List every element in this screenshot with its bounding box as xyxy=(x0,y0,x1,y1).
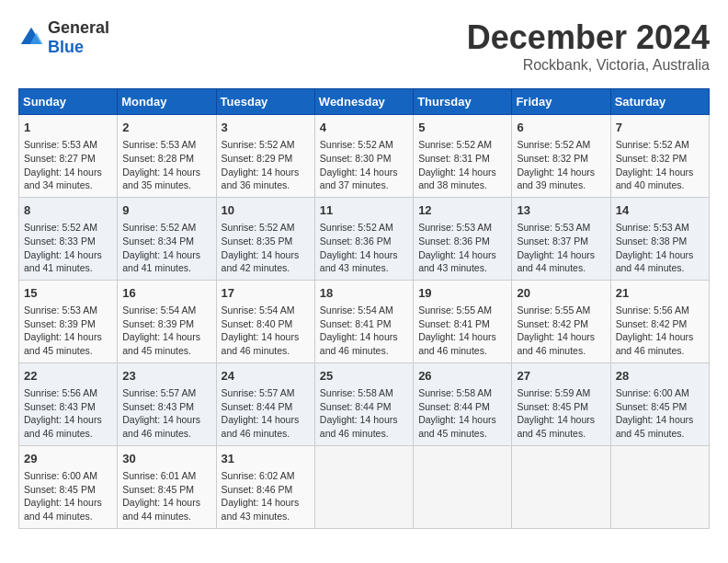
day-number: 13 xyxy=(517,202,605,219)
daylight-text: Daylight: 14 hours and 46 minutes. xyxy=(222,330,310,357)
calendar-cell: 25Sunrise: 5:58 AMSunset: 8:44 PMDayligh… xyxy=(314,362,413,445)
sunset-text: Sunset: 8:41 PM xyxy=(320,317,408,331)
calendar-cell: 17Sunrise: 5:54 AMSunset: 8:40 PMDayligh… xyxy=(216,280,314,362)
daylight-text: Daylight: 14 hours and 46 minutes. xyxy=(24,413,112,440)
day-number: 17 xyxy=(222,285,310,302)
day-number: 16 xyxy=(122,285,210,302)
sunset-text: Sunset: 8:34 PM xyxy=(122,235,210,248)
day-number: 20 xyxy=(517,285,605,302)
calendar-cell: 31Sunrise: 6:02 AMSunset: 8:46 PMDayligh… xyxy=(216,445,314,528)
day-header-friday: Friday xyxy=(512,89,610,115)
sunrise-text: Sunrise: 5:55 AM xyxy=(418,304,506,317)
calendar-cell: 23Sunrise: 5:57 AMSunset: 8:43 PMDayligh… xyxy=(118,362,216,445)
calendar-cell: 22Sunrise: 5:56 AMSunset: 8:43 PMDayligh… xyxy=(19,362,118,445)
calendar-cell: 11Sunrise: 5:52 AMSunset: 8:36 PMDayligh… xyxy=(314,197,413,280)
sunset-text: Sunset: 8:36 PM xyxy=(418,235,506,248)
calendar-cell: 3Sunrise: 5:52 AMSunset: 8:29 PMDaylight… xyxy=(216,115,314,198)
daylight-text: Daylight: 14 hours and 46 minutes. xyxy=(517,330,605,357)
sunrise-text: Sunrise: 5:55 AM xyxy=(517,304,605,317)
logo-general: General xyxy=(48,18,109,37)
calendar-cell: 6Sunrise: 5:52 AMSunset: 8:32 PMDaylight… xyxy=(512,115,610,198)
calendar-cell: 1Sunrise: 5:53 AMSunset: 8:27 PMDaylight… xyxy=(19,115,118,198)
sunset-text: Sunset: 8:40 PM xyxy=(222,317,310,331)
sunset-text: Sunset: 8:46 PM xyxy=(222,483,310,497)
sunset-text: Sunset: 8:45 PM xyxy=(517,400,605,414)
day-number: 8 xyxy=(24,202,112,219)
daylight-text: Daylight: 14 hours and 41 minutes. xyxy=(24,248,112,275)
sunset-text: Sunset: 8:28 PM xyxy=(122,152,210,166)
daylight-text: Daylight: 14 hours and 43 minutes. xyxy=(222,496,310,523)
day-number: 9 xyxy=(122,202,210,219)
day-header-monday: Monday xyxy=(118,89,216,115)
day-number: 4 xyxy=(320,120,408,136)
sunset-text: Sunset: 8:45 PM xyxy=(616,400,704,414)
calendar-cell: 16Sunrise: 5:54 AMSunset: 8:39 PMDayligh… xyxy=(118,280,216,362)
day-number: 27 xyxy=(517,368,605,385)
sunrise-text: Sunrise: 5:54 AM xyxy=(122,304,210,317)
day-number: 2 xyxy=(122,120,210,136)
sunset-text: Sunset: 8:41 PM xyxy=(418,317,506,331)
calendar-cell: 20Sunrise: 5:55 AMSunset: 8:42 PMDayligh… xyxy=(512,280,610,362)
sunset-text: Sunset: 8:36 PM xyxy=(320,235,408,248)
day-number: 31 xyxy=(222,451,310,467)
calendar-cell: 28Sunrise: 6:00 AMSunset: 8:45 PMDayligh… xyxy=(610,362,709,445)
sunset-text: Sunset: 8:31 PM xyxy=(418,152,506,166)
sunrise-text: Sunrise: 5:52 AM xyxy=(320,221,408,235)
month-title: December 2024 xyxy=(467,18,710,57)
sunrise-text: Sunrise: 5:53 AM xyxy=(24,138,112,152)
daylight-text: Daylight: 14 hours and 44 minutes. xyxy=(517,248,605,275)
day-number: 19 xyxy=(418,285,506,302)
calendar-cell: 14Sunrise: 5:53 AMSunset: 8:38 PMDayligh… xyxy=(610,197,709,280)
day-number: 7 xyxy=(616,120,704,136)
sunrise-text: Sunrise: 5:59 AM xyxy=(517,386,605,400)
calendar-week-1: 8Sunrise: 5:52 AMSunset: 8:33 PMDaylight… xyxy=(19,197,710,280)
day-number: 12 xyxy=(418,202,506,219)
calendar-cell: 10Sunrise: 5:52 AMSunset: 8:35 PMDayligh… xyxy=(216,197,314,280)
daylight-text: Daylight: 14 hours and 46 minutes. xyxy=(418,330,506,357)
calendar-cell: 27Sunrise: 5:59 AMSunset: 8:45 PMDayligh… xyxy=(512,362,610,445)
daylight-text: Daylight: 14 hours and 45 minutes. xyxy=(418,413,506,440)
sunset-text: Sunset: 8:39 PM xyxy=(122,317,210,331)
daylight-text: Daylight: 14 hours and 40 minutes. xyxy=(616,166,704,192)
daylight-text: Daylight: 14 hours and 46 minutes. xyxy=(320,413,408,440)
days-header-row: SundayMondayTuesdayWednesdayThursdayFrid… xyxy=(19,89,710,115)
sunset-text: Sunset: 8:44 PM xyxy=(222,400,310,414)
sunset-text: Sunset: 8:37 PM xyxy=(517,235,605,248)
sunrise-text: Sunrise: 5:53 AM xyxy=(616,221,704,235)
daylight-text: Daylight: 14 hours and 46 minutes. xyxy=(616,330,704,357)
calendar-cell xyxy=(512,445,610,528)
sunrise-text: Sunrise: 6:00 AM xyxy=(616,386,704,400)
calendar-week-2: 15Sunrise: 5:53 AMSunset: 8:39 PMDayligh… xyxy=(19,280,710,362)
daylight-text: Daylight: 14 hours and 44 minutes. xyxy=(616,248,704,275)
calendar-table: SundayMondayTuesdayWednesdayThursdayFrid… xyxy=(18,88,710,529)
day-number: 29 xyxy=(24,451,112,467)
day-header-wednesday: Wednesday xyxy=(314,89,413,115)
calendar-cell: 4Sunrise: 5:52 AMSunset: 8:30 PMDaylight… xyxy=(314,115,413,198)
sunset-text: Sunset: 8:44 PM xyxy=(418,400,506,414)
location-title: Rockbank, Victoria, Australia xyxy=(467,57,710,74)
sunrise-text: Sunrise: 5:53 AM xyxy=(24,304,112,317)
daylight-text: Daylight: 14 hours and 42 minutes. xyxy=(222,248,310,275)
sunset-text: Sunset: 8:43 PM xyxy=(122,400,210,414)
calendar-cell: 7Sunrise: 5:52 AMSunset: 8:32 PMDaylight… xyxy=(610,115,709,198)
sunrise-text: Sunrise: 5:56 AM xyxy=(616,304,704,317)
sunrise-text: Sunrise: 5:52 AM xyxy=(222,138,310,152)
calendar-cell: 19Sunrise: 5:55 AMSunset: 8:41 PMDayligh… xyxy=(414,280,512,362)
daylight-text: Daylight: 14 hours and 35 minutes. xyxy=(122,166,210,192)
calendar-cell xyxy=(414,445,512,528)
sunset-text: Sunset: 8:44 PM xyxy=(320,400,408,414)
calendar-cell: 12Sunrise: 5:53 AMSunset: 8:36 PMDayligh… xyxy=(414,197,512,280)
calendar-cell: 13Sunrise: 5:53 AMSunset: 8:37 PMDayligh… xyxy=(512,197,610,280)
daylight-text: Daylight: 14 hours and 38 minutes. xyxy=(418,166,506,192)
daylight-text: Daylight: 14 hours and 39 minutes. xyxy=(517,166,605,192)
calendar-cell xyxy=(610,445,709,528)
day-number: 18 xyxy=(320,285,408,302)
day-number: 5 xyxy=(418,120,506,136)
sunrise-text: Sunrise: 5:57 AM xyxy=(222,386,310,400)
sunset-text: Sunset: 8:39 PM xyxy=(24,317,112,331)
calendar-week-4: 29Sunrise: 6:00 AMSunset: 8:45 PMDayligh… xyxy=(19,445,710,528)
daylight-text: Daylight: 14 hours and 34 minutes. xyxy=(24,166,112,192)
calendar-cell: 15Sunrise: 5:53 AMSunset: 8:39 PMDayligh… xyxy=(19,280,118,362)
sunrise-text: Sunrise: 5:54 AM xyxy=(222,304,310,317)
day-number: 21 xyxy=(616,285,704,302)
